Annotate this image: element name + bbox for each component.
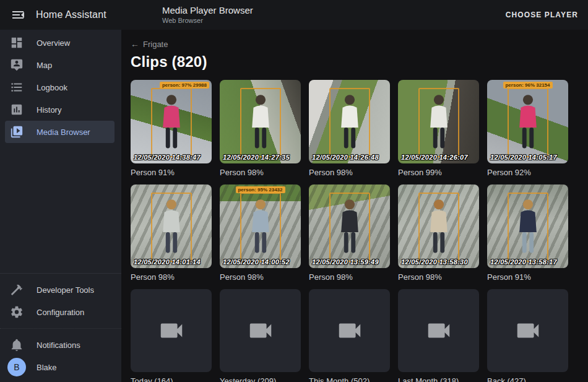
folder-tile-back[interactable]: Back (427): [487, 289, 568, 382]
page-title-clips: Clips (820): [131, 53, 578, 71]
sidebar-item-label: Logbook: [37, 83, 67, 92]
clip-thumbnail: 12/05/2020 14:26:48: [309, 80, 390, 163]
clip-tile[interactable]: 12/05/2020 14:26:48 Person 98%: [309, 80, 390, 177]
sidebar-item-label: Media Browser: [37, 128, 90, 137]
bell-icon: [10, 338, 24, 352]
menu-open-icon[interactable]: [11, 7, 25, 22]
timestamp-overlay: 12/05/2020 13:59:49: [312, 258, 379, 266]
clip-tile[interactable]: 12/05/2020 13:59:49 Person 98%: [309, 184, 390, 282]
clip-tile[interactable]: 12/05/2020 13:58:30 Person 98%: [398, 184, 479, 282]
clip-thumbnail: 12/05/2020 14:26:07: [398, 80, 479, 163]
hammer-icon: [10, 283, 24, 297]
clip-tile[interactable]: person: 96% 32154 12/05/2020 14:05:17 Pe…: [487, 80, 568, 177]
detection-label: person: 97% 29988: [160, 82, 209, 89]
sidebar-item-developer-tools[interactable]: Developer Tools: [0, 279, 121, 301]
page-title: Media Player Browser: [162, 4, 253, 16]
timestamp-overlay: 12/05/2020 14:00:52: [223, 258, 290, 266]
media-browser-content: ← Frigate Clips (820) person: 97% 29988 …: [121, 30, 588, 382]
folder-tile-last-month[interactable]: Last Month (318): [398, 289, 479, 382]
sidebar-item-label: Developer Tools: [37, 285, 94, 295]
sidebar-item-user[interactable]: B Blake: [0, 356, 121, 378]
play-box-multiple-icon: [10, 125, 24, 139]
clip-caption: Person 98%: [220, 272, 301, 282]
detection-box: [418, 88, 459, 157]
clip-caption: Person 98%: [309, 272, 390, 282]
sidebar-item-history[interactable]: History: [0, 98, 121, 121]
arrow-left-icon: ←: [131, 39, 139, 49]
video-camera-icon: [425, 316, 453, 345]
timestamp-overlay: 12/05/2020 14:01:14: [134, 258, 201, 266]
clip-tile[interactable]: 12/05/2020 14:27:35 Person 98%: [220, 80, 301, 177]
timestamp-overlay: 12/05/2020 14:26:48: [312, 154, 379, 161]
folder-tile-this-month[interactable]: This Month (502): [309, 289, 390, 382]
clip-caption: Person 98%: [309, 168, 390, 177]
clips-grid: person: 97% 29988 12/05/2020 14:38:47 Pe…: [131, 80, 578, 382]
folder-label: Last Month (318): [398, 376, 479, 382]
sidebar-item-map[interactable]: Map: [0, 54, 121, 76]
folder-thumbnail: [220, 289, 301, 372]
clip-caption: Person 98%: [220, 168, 301, 177]
sidebar-item-media-browser[interactable]: Media Browser: [5, 121, 115, 143]
sidebar-item-label: Configuration: [37, 308, 84, 317]
detection-box: [329, 88, 370, 157]
video-camera-icon: [514, 316, 542, 345]
page-subtitle: Web Browser: [162, 16, 253, 25]
detection-box: [508, 193, 548, 262]
clip-tile[interactable]: person: 97% 29988 12/05/2020 14:38:47 Pe…: [131, 80, 212, 177]
sidebar-item-overview[interactable]: Overview: [0, 32, 121, 54]
clip-tile[interactable]: 12/05/2020 14:26:07 Person 99%: [398, 80, 479, 177]
detection-box: [418, 193, 459, 262]
folder-tile-yesterday[interactable]: Yesterday (209): [220, 289, 301, 382]
folder-label: Today (164): [131, 376, 212, 382]
breadcrumb-back[interactable]: ← Frigate: [131, 39, 168, 49]
timestamp-overlay: 12/05/2020 14:05:17: [490, 154, 557, 161]
sidebar-item-configuration[interactable]: Configuration: [0, 301, 121, 323]
clip-thumbnail: 12/05/2020 14:01:14: [131, 184, 212, 268]
clip-tile[interactable]: 12/05/2020 13:58:17 Person 91%: [487, 184, 568, 282]
clip-caption: Person 99%: [398, 168, 479, 177]
clip-thumbnail: person: 96% 32154 12/05/2020 14:05:17: [487, 80, 568, 163]
timestamp-overlay: 12/05/2020 14:38:47: [134, 154, 201, 161]
detection-box: [151, 193, 192, 262]
sidebar-item-label: History: [37, 105, 61, 115]
clip-thumbnail: 12/05/2020 13:59:49: [309, 184, 390, 268]
format-list-bulleted-icon: [10, 80, 24, 94]
sidebar: Overview Map Logbook History Media Brows…: [0, 30, 121, 382]
app-title: Home Assistant: [36, 9, 106, 20]
sidebar-item-label: Map: [37, 61, 52, 70]
folder-thumbnail: [131, 289, 212, 372]
clip-tile[interactable]: 12/05/2020 14:01:14 Person 98%: [131, 184, 212, 282]
video-camera-icon: [335, 316, 364, 345]
breadcrumb-label: Frigate: [143, 40, 168, 49]
user-name: Blake: [37, 363, 57, 372]
clip-thumbnail: 12/05/2020 14:27:35: [220, 80, 301, 163]
page-heading: Media Player Browser Web Browser: [162, 4, 253, 25]
clip-caption: Person 91%: [131, 168, 212, 177]
avatar: B: [7, 358, 26, 376]
sidebar-bottom: Developer Tools Configuration Notificati…: [0, 273, 121, 382]
detection-box: [240, 88, 281, 157]
view-dashboard-icon: [10, 36, 24, 50]
detection-label: person: 95% 23432: [235, 186, 285, 193]
sidebar-item-label: Overview: [37, 38, 70, 48]
tooltip-account-icon: [10, 58, 24, 72]
app-bar: Home Assistant Media Player Browser Web …: [0, 0, 588, 30]
clip-thumbnail: 12/05/2020 13:58:17: [487, 184, 568, 268]
timestamp-overlay: 12/05/2020 14:26:07: [401, 154, 468, 161]
folder-tile-today[interactable]: Today (164): [131, 289, 212, 382]
clip-tile[interactable]: person: 95% 23432 12/05/2020 14:00:52 Pe…: [220, 184, 301, 282]
folder-label: Back (427): [487, 376, 568, 382]
folder-thumbnail: [309, 289, 390, 372]
clip-thumbnail: 12/05/2020 13:58:30: [398, 184, 479, 268]
sidebar-item-notifications[interactable]: Notifications: [0, 334, 121, 356]
sidebar-item-label: Notifications: [37, 341, 80, 350]
sidebar-item-logbook[interactable]: Logbook: [0, 76, 121, 98]
choose-player-button[interactable]: CHOOSE PLAYER: [506, 0, 578, 30]
detection-box: [151, 88, 192, 157]
video-camera-icon: [157, 316, 186, 345]
timestamp-overlay: 12/05/2020 14:27:35: [223, 154, 290, 161]
detection-box: [508, 88, 548, 157]
folder-label: Yesterday (209): [220, 376, 301, 382]
video-camera-icon: [246, 316, 275, 345]
clip-thumbnail: person: 95% 23432 12/05/2020 14:00:52: [220, 184, 301, 268]
